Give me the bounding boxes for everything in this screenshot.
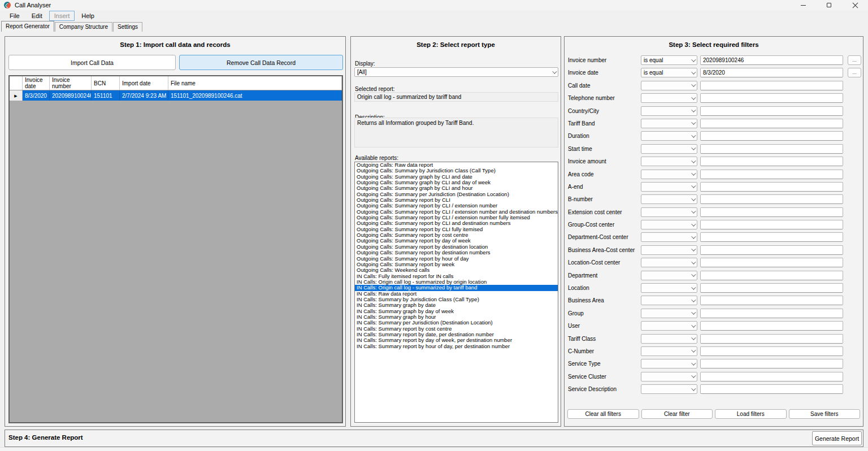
grid-row[interactable]: ▶8/3/202020209891002461511012/7/2024 9:2… xyxy=(10,90,342,101)
filter-operator-select-duration[interactable] xyxy=(641,131,697,141)
report-list-item[interactable]: Outgoing Calls: Summary report by cost c… xyxy=(355,232,558,238)
report-list-item[interactable]: Outgoing Calls: Summary report by destin… xyxy=(355,250,558,255)
row-selector-cell[interactable]: ▶ xyxy=(10,90,23,101)
report-list-item[interactable]: IN Calls: Summary per Jurisdiction (Dest… xyxy=(355,320,558,326)
filter-value-input-tariff-band[interactable] xyxy=(700,119,843,128)
grid-column-header-bcn[interactable]: BCN xyxy=(92,76,120,90)
filter-operator-select-extension-cost-center[interactable] xyxy=(641,207,697,217)
filter-operator-select-department[interactable] xyxy=(641,271,697,280)
report-list-item[interactable]: Outgoing Calls: Summary report by hour o… xyxy=(355,256,558,262)
report-list-item[interactable]: Outgoing Calls: Summary report by CLI / … xyxy=(355,203,558,209)
menu-item-file[interactable]: File xyxy=(5,11,25,21)
filter-value-input-a-end[interactable] xyxy=(700,182,843,192)
report-list-item[interactable]: Outgoing Calls: Summary report by CLI / … xyxy=(355,215,558,220)
generate-report-button[interactable]: Generate Report xyxy=(812,431,862,445)
grid-cell[interactable]: 8/3/2020 xyxy=(23,90,50,101)
filter-operator-select-user[interactable] xyxy=(641,321,697,331)
import-call-data-button[interactable]: Import Call Data xyxy=(8,55,176,70)
filter-operator-select-location-cost-center[interactable] xyxy=(641,258,697,267)
filter-value-input-invoice-number[interactable] xyxy=(700,55,843,65)
save-filters-button[interactable]: Save filters xyxy=(789,409,861,419)
report-list-item[interactable]: IN Calls: Summary report by day of week,… xyxy=(355,337,558,343)
filter-operator-select-country-city[interactable] xyxy=(641,106,697,116)
filter-operator-select-business-area[interactable] xyxy=(641,296,697,305)
filter-operator-select-invoice-date[interactable]: is equal xyxy=(641,68,697,77)
report-list-item[interactable]: IN Calls: Origin call log - summarized b… xyxy=(355,279,558,285)
filter-operator-select-business-area-cost-center[interactable] xyxy=(641,245,697,255)
report-list-item[interactable]: Outgoing Calls: Summary report by day of… xyxy=(355,238,558,244)
grid-cell[interactable]: 2/7/2024 9:23 AM xyxy=(120,90,168,101)
filter-value-input-call-date[interactable] xyxy=(700,81,843,90)
report-list-item[interactable]: IN Calls: Raw data report xyxy=(355,291,558,297)
filter-value-input-b-number[interactable] xyxy=(700,194,843,204)
report-list-item[interactable]: Outgoing Calls: Summary graph by CLI and… xyxy=(355,180,558,185)
grid-column-header-invoice-number[interactable]: Invoice number xyxy=(50,76,92,90)
filter-operator-select-tariff-class[interactable] xyxy=(641,334,697,344)
tab-settings[interactable]: Settings xyxy=(113,22,142,32)
grid-cell[interactable]: 2020989100246 xyxy=(50,90,92,101)
filter-value-input-service-cluster[interactable] xyxy=(700,372,843,381)
filter-value-input-user[interactable] xyxy=(700,321,843,331)
filter-operator-select-call-date[interactable] xyxy=(641,81,697,90)
filter-value-input-department-cost-center[interactable] xyxy=(700,232,843,242)
filter-value-input-location-cost-center[interactable] xyxy=(700,258,843,267)
filter-operator-select-group-cost-center[interactable] xyxy=(641,220,697,229)
menu-item-edit[interactable]: Edit xyxy=(27,11,47,21)
filter-operator-select-a-end[interactable] xyxy=(641,182,697,192)
filter-value-input-duration[interactable] xyxy=(700,131,843,141)
report-list-item[interactable]: Outgoing Calls: Summary graph by CLI and… xyxy=(355,174,558,180)
filter-value-input-business-area-cost-center[interactable] xyxy=(700,245,843,255)
filter-value-input-service-type[interactable] xyxy=(700,359,843,368)
filter-operator-select-service-cluster[interactable] xyxy=(641,372,697,381)
filter-operator-select-invoice-number[interactable]: is equal xyxy=(641,55,697,65)
report-list-item[interactable]: Outgoing Calls: Weekend calls xyxy=(355,267,558,273)
available-reports-list[interactable]: Outgoing Calls: Raw data reportOutgoing … xyxy=(354,162,558,423)
report-list-item[interactable]: Outgoing Calls: Summary per Jurisdiction… xyxy=(355,192,558,197)
filter-value-input-area-code[interactable] xyxy=(700,170,843,179)
filter-operator-select-department-cost-center[interactable] xyxy=(641,232,697,242)
filter-value-input-tariff-class[interactable] xyxy=(700,334,843,344)
close-button[interactable] xyxy=(842,0,868,10)
grid-cell[interactable]: 151101 xyxy=(92,90,120,101)
filter-value-input-location[interactable] xyxy=(700,283,843,293)
filter-operator-select-c-number[interactable] xyxy=(641,346,697,356)
filter-operator-select-location[interactable] xyxy=(641,283,697,293)
menu-item-help[interactable]: Help xyxy=(76,11,99,21)
report-list-item[interactable]: Outgoing Calls: Summary report by destin… xyxy=(355,244,558,250)
filter-operator-select-tariff-band[interactable] xyxy=(641,119,697,128)
grid-column-header-invoice-date[interactable]: Invoice date xyxy=(23,76,50,90)
report-list-item[interactable]: IN Calls: Summary report by cost centre xyxy=(355,326,558,332)
tab-report-generator[interactable]: Report Generator xyxy=(1,21,54,32)
filter-value-input-invoice-amount[interactable] xyxy=(700,157,843,166)
filter-operator-select-service-description[interactable] xyxy=(641,384,697,394)
report-list-item[interactable]: IN Calls: Summary graph by day of week xyxy=(355,309,558,314)
filter-operator-select-area-code[interactable] xyxy=(641,170,697,179)
grid-column-header-file-name[interactable]: File name xyxy=(168,76,342,90)
report-list-item[interactable]: Outgoing Calls: Summary report by CLI xyxy=(355,197,558,203)
filter-value-input-telephone-number[interactable] xyxy=(700,93,843,103)
report-list-item[interactable]: Outgoing Calls: Summary report by CLI an… xyxy=(355,220,558,226)
filter-operator-select-service-type[interactable] xyxy=(641,359,697,368)
filter-value-input-extension-cost-center[interactable] xyxy=(700,207,843,217)
report-list-item[interactable]: IN Calls: Summary by Jurisdiction Class … xyxy=(355,297,558,302)
tab-company-structure[interactable]: Company Structure xyxy=(55,22,112,32)
filter-browse-button-invoice-date[interactable]: ... xyxy=(848,68,861,77)
filter-operator-select-group[interactable] xyxy=(641,309,697,318)
minimize-button[interactable] xyxy=(790,0,816,10)
clear-all-filters-button[interactable]: Clear all filters xyxy=(567,409,639,419)
grid-cell[interactable]: 151101_2020989100246.cat xyxy=(168,90,342,101)
report-list-item[interactable]: Outgoing Calls: Raw data report xyxy=(355,162,558,168)
filter-browse-button-invoice-number[interactable]: ... xyxy=(848,55,861,65)
filter-operator-select-invoice-amount[interactable] xyxy=(641,157,697,166)
filter-value-input-group-cost-center[interactable] xyxy=(700,220,843,229)
report-list-item[interactable]: Outgoing Calls: Summary report by CLI fu… xyxy=(355,227,558,232)
filter-value-input-country-city[interactable] xyxy=(700,106,843,116)
display-select[interactable]: [All] xyxy=(354,67,558,77)
report-list-item[interactable]: IN Calls: Summary graph by hour xyxy=(355,314,558,320)
report-list-item[interactable]: Outgoing Calls: Summary by Jurisdiction … xyxy=(355,168,558,174)
filter-value-input-service-description[interactable] xyxy=(700,384,843,394)
report-list-item[interactable]: IN Calls: Origin call log - summarized b… xyxy=(355,285,558,290)
filter-operator-select-telephone-number[interactable] xyxy=(641,93,697,103)
report-list-item[interactable]: IN Calls: Summary report by hour of day,… xyxy=(355,344,558,349)
remove-call-data-record-button[interactable]: Remove Call Data Record xyxy=(179,55,343,70)
